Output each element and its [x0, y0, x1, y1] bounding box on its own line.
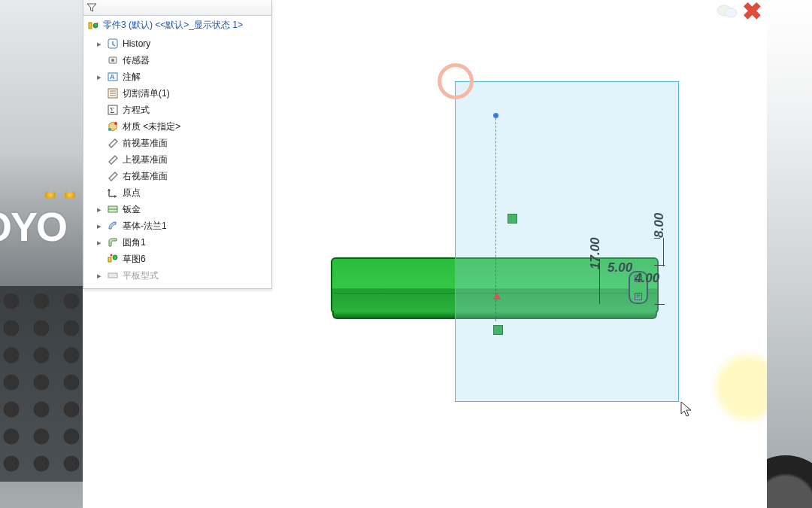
tree-item-label: 钣金 — [123, 203, 141, 216]
tree-item-history-0[interactable]: ▸History — [83, 35, 271, 52]
close-icon[interactable]: ✖ — [742, 2, 762, 21]
tree-item-flange-11[interactable]: ▸基体-法兰1 — [83, 217, 271, 234]
tree-item-plane-7[interactable]: 上视基准面 — [83, 151, 271, 168]
vehicle-tire — [767, 455, 812, 508]
tree-item-label: 注解 — [123, 71, 141, 84]
tree-item-equation-4[interactable]: 方程式 — [83, 102, 271, 118]
svg-rect-2 — [89, 23, 92, 29]
flat-icon — [106, 269, 120, 282]
plane-icon — [106, 153, 120, 166]
history-icon — [106, 37, 120, 50]
tree-item-label: 前视基准面 — [123, 137, 168, 150]
svg-point-4 — [97, 23, 98, 24]
svg-point-1 — [725, 8, 737, 17]
part-title-row[interactable]: 零件3 (默认) <<默认>_显示状态 1> — [83, 16, 271, 35]
tree-item-label: 材质 <未指定> — [123, 120, 180, 133]
tree-item-sketch-13[interactable]: 草图6 — [83, 251, 271, 267]
selection-start-marker — [438, 63, 474, 99]
tree-item-label: 方程式 — [123, 104, 150, 117]
tree-item-sheet-10[interactable]: ▸钣金 — [83, 201, 271, 217]
tree-item-label: 原点 — [123, 187, 141, 199]
tree-item-flat-14: ▸平板型式 — [83, 267, 271, 284]
tree-item-label: 右视基准面 — [123, 170, 168, 183]
amber-light — [65, 192, 75, 198]
equation-icon — [106, 103, 120, 117]
tree-item-origin-9[interactable]: 原点 — [83, 184, 271, 201]
tree-item-label: 圆角1 — [123, 236, 146, 249]
tree-item-annot-2[interactable]: ▸注解 — [83, 68, 271, 85]
expand-toggle[interactable]: ▸ — [95, 72, 103, 82]
feature-tree-panel: 零件3 (默认) <<默认>_显示状态 1> ▸History传感器▸注解切割清… — [83, 0, 272, 289]
sensor-icon — [106, 53, 120, 67]
box-selection — [455, 81, 679, 402]
vehicle-logo-text: OYO — [0, 203, 66, 250]
tree-item-label: 传感器 — [123, 54, 150, 67]
tree-item-plane-8[interactable]: 右视基准面 — [83, 168, 271, 184]
origin-icon — [106, 186, 120, 199]
chat-icon[interactable] — [717, 3, 738, 20]
part-icon — [88, 20, 100, 32]
sketch-icon — [106, 252, 120, 266]
tree-item-label: 基体-法兰1 — [123, 220, 167, 233]
expand-toggle[interactable]: ▸ — [95, 205, 103, 214]
tree-item-fillet-12[interactable]: ▸圆角1 — [83, 234, 271, 251]
tree-item-sensor-1[interactable]: 传感器 — [83, 52, 271, 68]
fillet-icon — [106, 236, 120, 249]
tree-item-label: History — [123, 38, 150, 49]
tree-body: ▸History传感器▸注解切割清单(1)方程式材质 <未指定>前视基准面上视基… — [83, 35, 271, 288]
tree-item-label: 草图6 — [123, 253, 146, 266]
expand-toggle[interactable]: ▸ — [95, 238, 103, 248]
part-title-label: 零件3 (默认) <<默认>_显示状态 1> — [103, 19, 243, 32]
expand-toggle[interactable]: ▸ — [95, 39, 103, 49]
tree-item-material-5[interactable]: 材质 <未指定> — [83, 118, 271, 135]
vehicle-grille — [0, 286, 83, 482]
expand-toggle[interactable]: ▸ — [95, 221, 103, 231]
tree-toolbar — [83, 0, 271, 16]
flange-icon — [106, 219, 120, 233]
filter-icon[interactable] — [86, 2, 97, 13]
cursor-icon — [680, 401, 692, 418]
tree-resize-handle[interactable] — [270, 0, 274, 288]
work-area: ✖ 零件3 (默认) <<默认>_显示状态 1> ▸History传感器▸注解切… — [83, 0, 767, 508]
expand-toggle[interactable]: ▸ — [95, 271, 103, 281]
annot-icon — [106, 70, 120, 84]
cutlist-icon — [106, 87, 120, 100]
sheet-icon — [106, 202, 120, 216]
background-right — [767, 0, 812, 508]
material-icon — [106, 120, 120, 133]
plane-icon — [106, 136, 120, 150]
tree-item-label: 切割清单(1) — [123, 87, 170, 100]
tree-item-label: 平板型式 — [123, 269, 159, 282]
tree-item-cutlist-3[interactable]: 切割清单(1) — [83, 85, 271, 102]
vehicle-body — [767, 0, 812, 508]
tree-item-label: 上视基准面 — [123, 154, 168, 166]
plane-icon — [106, 169, 120, 183]
amber-light — [45, 192, 56, 198]
background-left: OYO — [0, 0, 83, 508]
tree-item-plane-6[interactable]: 前视基准面 — [83, 135, 271, 151]
